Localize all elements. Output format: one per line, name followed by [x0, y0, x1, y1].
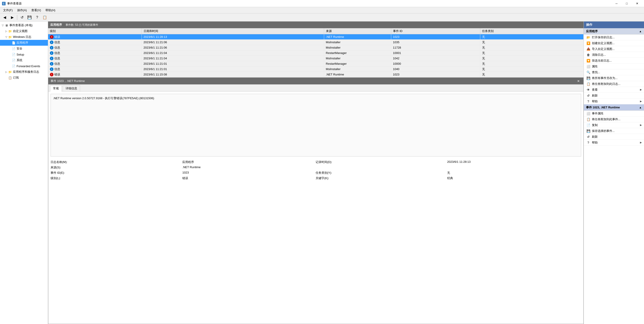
sidebar-item-setup[interactable]: 📄 Setup: [0, 52, 48, 57]
cell-source: RestartManager: [324, 50, 391, 56]
import-custom-view-icon: 📥: [586, 47, 590, 51]
task-label: 任务类别(Y):: [316, 171, 443, 175]
action-find-label: 查找...: [592, 70, 600, 74]
action-open-saved-log[interactable]: 📂 打开保存的日志...: [584, 35, 644, 40]
save-button[interactable]: 💾: [26, 14, 33, 21]
sidebar-item-forwarded-events[interactable]: 📄 Forwarded Events: [0, 63, 48, 69]
copy-arrow: ▶: [640, 124, 642, 127]
source-value: .NET Runtime: [182, 165, 311, 169]
sidebar-system-label: 系统: [16, 58, 22, 62]
console-button[interactable]: 📋: [42, 14, 48, 21]
minimize-button[interactable]: ─: [611, 0, 622, 7]
col-category: 任务类别: [480, 28, 584, 34]
help-event-arrow: ▶: [640, 141, 642, 144]
cell-event-id: 1035: [391, 40, 480, 45]
content-area: 应用程序 事件数: 53 (!) 可用的新事件 级别 日期和时间 来源 事件 I…: [48, 22, 584, 324]
menu-help[interactable]: 帮助(H): [43, 8, 58, 13]
table-row[interactable]: i 信息 2023/6/1 11:21:04 RestartManager 10…: [48, 50, 584, 56]
help-app-icon: ?: [586, 99, 590, 104]
menu-action[interactable]: 操作(A): [15, 8, 29, 13]
col-event-id: 事件 ID: [391, 28, 480, 34]
cell-datetime: 2023/6/1 11:15:08: [142, 72, 324, 77]
sidebar-item-application[interactable]: 📄 应用程序: [0, 40, 48, 46]
sidebar-application-label: 应用程序: [16, 41, 28, 45]
tab-detail[interactable]: 详细信息: [63, 85, 80, 91]
root-toggle: ▽: [1, 24, 4, 27]
action-help-event[interactable]: ? 帮助 ▶: [584, 140, 644, 146]
action-filter-current-log[interactable]: 🔽 筛选当前日志...: [584, 58, 644, 64]
menu-bar: 文件(F) 操作(A) 查看(V) 帮助(H): [0, 7, 644, 14]
table-row[interactable]: i 信息 2023/6/1 11:21:01 RestartManager 10…: [48, 61, 584, 67]
right-section-application-chevron: ▲: [639, 30, 642, 33]
action-properties[interactable]: ⬜ 属性: [584, 64, 644, 69]
svg-text:E: E: [3, 2, 4, 5]
find-icon: 🔍: [586, 70, 590, 75]
cell-event-id: 1042: [391, 56, 480, 61]
action-copy[interactable]: 📄 复制 ▶: [584, 122, 644, 128]
cell-source: .NET Runtime: [324, 34, 391, 40]
help-button[interactable]: ?: [34, 14, 40, 21]
action-view[interactable]: 👁 查看 ▶: [584, 87, 644, 93]
view-arrow: ▶: [640, 88, 642, 91]
action-import-custom-view[interactable]: 📥 导入自定义视图...: [584, 46, 644, 52]
sidebar-root[interactable]: ▽ 🖥 事件查看器 (本地): [0, 22, 48, 28]
action-help-app[interactable]: ? 帮助 ▶: [584, 99, 644, 104]
detail-close-button[interactable]: ✕: [576, 79, 581, 83]
right-section-application-title: 应用程序: [586, 29, 598, 33]
back-button[interactable]: ◀: [1, 14, 8, 21]
menu-view[interactable]: 查看(V): [29, 8, 43, 13]
menu-file[interactable]: 文件(F): [1, 8, 15, 13]
event-list-panel: 应用程序 事件数: 53 (!) 可用的新事件 级别 日期和时间 来源 事件 I…: [48, 22, 584, 78]
cell-source: MsiInstaller: [324, 45, 391, 50]
attach-task-log-icon: 📋: [586, 82, 590, 86]
detail-header-title: 事件 1023，.NET Runtime: [50, 79, 85, 83]
action-refresh-event[interactable]: ↺ 刷新: [584, 134, 644, 140]
security-icon: 📄: [12, 47, 16, 51]
action-save-selected-events[interactable]: 💾 保存选择的事件...: [584, 128, 644, 134]
help-event-icon: ?: [586, 140, 590, 145]
custom-views-toggle: ▷: [4, 30, 8, 33]
sidebar-app-service-logs-label: 应用程序和服务日志: [13, 70, 39, 74]
action-refresh-event-label: 刷新: [592, 135, 598, 139]
event-table-scroll[interactable]: 级别 日期和时间 来源 事件 ID 任务类别 ! 错误 2023/6/1 11:…: [48, 28, 584, 77]
cell-source: MsiInstaller: [324, 67, 391, 72]
cell-level: ! 错误: [48, 72, 142, 77]
action-clear-log[interactable]: 🗑 清除日志...: [584, 52, 644, 58]
sidebar-item-custom-views[interactable]: ▷ 📁 自定义视图: [0, 28, 48, 34]
sidebar-item-security[interactable]: 📄 安全: [0, 46, 48, 52]
table-row[interactable]: ! 错误 2023/6/1 11:15:08 .NET Runtime 1023…: [48, 72, 584, 77]
action-attach-task-to-log[interactable]: 📋 将任务附加到此日志...: [584, 81, 644, 87]
table-row[interactable]: i 信息 2023/6/1 11:21:06 MsiInstaller 1035…: [48, 40, 584, 45]
table-row[interactable]: i 信息 2023/6/1 11:21:04 MsiInstaller 1042…: [48, 56, 584, 61]
right-panel: 操作 应用程序 ▲ 📂 打开保存的日志... 🔽 创建自定义视图... 📥 导入…: [584, 22, 644, 324]
action-event-properties[interactable]: ⬜ 事件属性: [584, 111, 644, 116]
action-create-custom-view[interactable]: 🔽 创建自定义视图...: [584, 40, 644, 46]
sidebar-item-subscription[interactable]: 📋 订阅: [0, 75, 48, 81]
main-layout: ▽ 🖥 事件查看器 (本地) ▷ 📁 自定义视图 ▽ 📁 Windows 日志 …: [0, 22, 644, 324]
refresh-button[interactable]: ↺: [18, 14, 25, 21]
sidebar-item-windows-logs[interactable]: ▽ 📁 Windows 日志: [0, 34, 48, 40]
cell-event-id: 11728: [391, 45, 480, 50]
action-find[interactable]: 🔍 查找...: [584, 69, 644, 75]
action-attach-task-to-event[interactable]: 📋 将任务附加到此事件...: [584, 116, 644, 122]
tab-general[interactable]: 常规: [50, 85, 62, 92]
close-button[interactable]: ✕: [632, 0, 642, 7]
window-controls: ─ □ ✕: [611, 0, 642, 7]
save-all-icon: 💾: [586, 76, 590, 80]
maximize-button[interactable]: □: [622, 0, 632, 7]
sidebar-item-app-service-logs[interactable]: ▷ 📁 应用程序和服务日志: [0, 69, 48, 75]
table-row[interactable]: i 信息 2023/6/1 11:21:01 MsiInstaller 1040…: [48, 67, 584, 72]
action-save-all-events[interactable]: 💾 将所有事件另存为...: [584, 75, 644, 81]
action-refresh-app[interactable]: ↺ 刷新: [584, 93, 644, 99]
right-panel-header: 操作: [584, 22, 644, 28]
table-row[interactable]: i 信息 2023/6/1 11:21:06 MsiInstaller 1172…: [48, 45, 584, 50]
custom-views-icon: 📁: [8, 29, 12, 33]
col-level: 级别: [48, 28, 142, 34]
forward-button[interactable]: ▶: [9, 14, 16, 21]
cell-level: i 信息: [48, 56, 142, 61]
cell-category: 无: [480, 50, 584, 56]
cell-datetime: 2023/6/1 11:21:06: [142, 40, 324, 45]
sidebar-item-system[interactable]: 📄 系统: [0, 57, 48, 63]
right-section-event-chevron: ▲: [639, 106, 642, 109]
table-row[interactable]: ! 错误 2023/6/1 11:28:13 .NET Runtime 1023…: [48, 34, 584, 40]
